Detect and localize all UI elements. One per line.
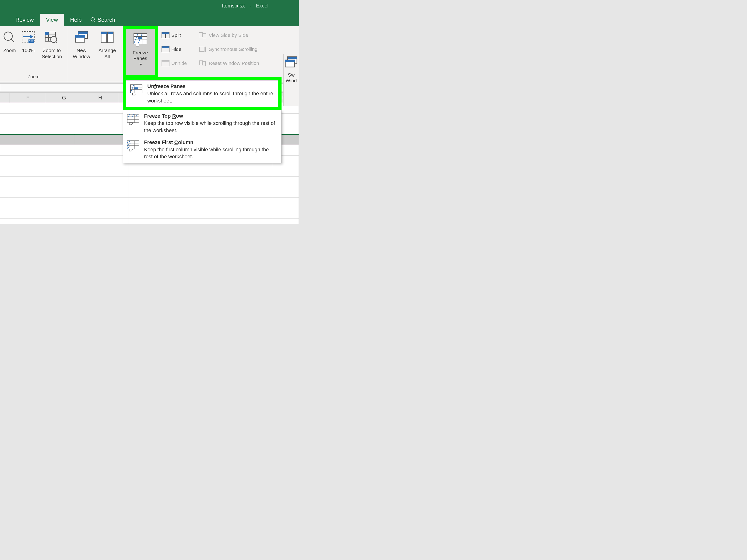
freeze-panes-icon [133,33,148,48]
svg-rect-18 [75,35,85,37]
unfreeze-panes-title: Unfreeze Panes [147,83,275,90]
svg-point-0 [91,18,94,21]
magnifier-icon [2,30,17,45]
title-bar: Items.xlsx - Excel [0,0,299,13]
unhide-icon [161,60,170,67]
view-side-by-side-button[interactable]: View Side by Side [199,29,259,41]
svg-rect-24 [162,32,169,34]
reset-pos-icon [199,60,207,67]
side-by-side-label: View Side by Side [209,32,248,38]
svg-rect-37 [288,57,297,59]
hide-icon [161,46,170,53]
svg-rect-22 [108,32,113,34]
svg-rect-39 [285,60,294,62]
svg-rect-12 [45,32,49,35]
new-window-icon [74,30,89,45]
arrange-all-button[interactable]: Arrange All [94,28,120,70]
freeze-first-column-menu-item[interactable]: Freeze First Column Keep the first colum… [123,136,281,163]
tab-help[interactable]: Help [64,14,87,26]
freeze-first-column-desc: Keep the first column visible while scro… [144,146,278,160]
switch-windows-label-2: Wind [286,78,297,83]
arrange-all-label: Arrange All [99,47,116,60]
freeze-panes-button[interactable]: Freeze Panes [126,29,155,75]
freeze-first-column-title: Freeze First Column [144,139,278,146]
zoom-to-selection-label: Zoom to Selection [42,47,62,60]
svg-marker-5 [30,35,33,39]
hide-button[interactable]: Hide [161,43,187,55]
arrange-all-icon [100,30,114,45]
switch-windows-button[interactable]: Sw Wind [283,54,299,106]
unfreeze-panes-highlight: Unfreeze Panes Unlock all rows and colum… [123,77,282,110]
ribbon-group-window-left: New Window Arrange All [67,26,123,82]
sync-scroll-label: Synchronous Scrolling [209,47,257,52]
side-by-side-icon [199,32,207,39]
reset-pos-label: Reset Window Position [209,60,259,66]
split-label: Split [171,32,181,38]
svg-rect-16 [78,31,87,34]
svg-rect-47 [138,37,142,39]
ribbon-group-zoom-label: Zoom [1,74,66,81]
switch-windows-label-1: Sw [288,72,294,78]
split-icon [161,32,170,39]
reset-window-position-button[interactable]: Reset Window Position [199,57,259,69]
grid-row[interactable] [0,166,299,177]
search-label: Search [98,17,115,23]
unfreeze-panes-desc: Unlock all rows and columns to scroll th… [147,90,275,105]
zoom-label: Zoom [3,47,16,53]
zoom-100-button[interactable]: 100 100% [18,28,39,70]
switch-windows-icon [284,55,299,70]
unfreeze-panes-icon [130,83,143,97]
hide-label: Hide [171,47,181,52]
svg-rect-27 [162,47,169,48]
title-separator: - [247,3,254,9]
unhide-label: Unhide [171,60,187,66]
svg-rect-20 [101,32,107,34]
tab-view[interactable]: View [40,14,64,26]
svg-line-1 [94,21,96,22]
column-header-stub[interactable] [0,93,10,103]
new-window-button[interactable]: New Window [69,28,94,70]
svg-line-14 [56,42,57,43]
freeze-panes-dropdown: Unfreeze Panes Unlock all rows and colum… [123,77,282,163]
svg-rect-32 [200,47,204,52]
ribbon-group-window-spacer [69,74,121,81]
zoom-to-selection-button[interactable]: Zoom to Selection [39,28,65,70]
search-button[interactable]: Search [88,14,120,26]
zoom-100-label: 100% [22,47,34,53]
svg-line-3 [11,39,14,42]
column-header-G[interactable]: G [46,93,82,103]
zoom-100-icon: 100 [21,30,36,45]
grid-row[interactable] [0,177,299,187]
svg-rect-29 [162,60,169,62]
freeze-top-row-title: Freeze Top Row [144,112,278,120]
grid-row[interactable] [0,208,299,219]
freeze-panes-button-highlight: Freeze Panes [123,26,158,78]
svg-rect-54 [134,87,138,90]
grid-row[interactable] [0,219,299,224]
zoom-selection-icon [44,30,59,45]
zoom-button[interactable]: Zoom [1,28,18,70]
tab-review[interactable]: Review [9,14,40,26]
sync-scroll-icon [199,46,207,53]
unfreeze-panes-menu-item[interactable]: Unfreeze Panes Unlock all rows and colum… [126,80,278,107]
synchronous-scrolling-button[interactable]: Synchronous Scrolling [199,43,259,55]
svg-rect-30 [199,32,202,37]
grid-row[interactable] [0,187,299,198]
freeze-top-row-menu-item[interactable]: Freeze Top Row Keep the top row visible … [123,110,281,136]
freeze-first-column-icon [126,139,140,153]
split-button[interactable]: Split [161,29,187,41]
search-icon [90,17,96,23]
ribbon-tabs: Review View Help Search [0,13,299,26]
title-filename: Items.xlsx [222,3,245,9]
column-header-F[interactable]: F [10,93,46,103]
new-window-label: New Window [73,47,91,60]
svg-text:100: 100 [29,40,33,43]
chevron-down-icon [139,64,142,66]
ribbon-group-zoom: Zoom 100 100% [0,26,67,82]
freeze-top-row-desc: Keep the top row visible while scrolling… [144,120,278,134]
svg-rect-31 [203,33,206,38]
grid-row[interactable] [0,198,299,208]
freeze-panes-label: Freeze Panes [133,50,148,61]
unhide-button[interactable]: Unhide [161,57,187,69]
column-header-H[interactable]: H [82,93,118,103]
